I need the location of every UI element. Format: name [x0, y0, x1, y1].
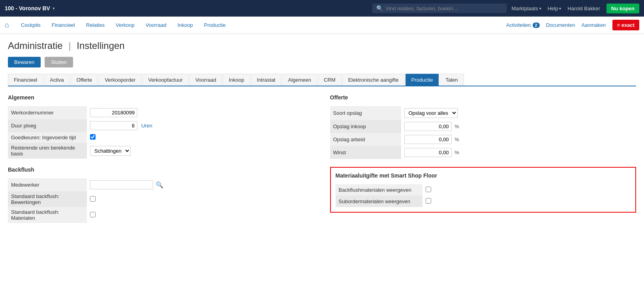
nav-cockpits[interactable]: Cockpits [15, 17, 46, 34]
resterende-select[interactable]: Schattingen [90, 146, 131, 156]
nav-relaties[interactable]: Relaties [81, 17, 110, 34]
documenten-link[interactable]: Documenten [546, 22, 575, 28]
table-row: Medewerker 🔍 [8, 178, 314, 191]
backflush-materialen-cell [87, 207, 314, 223]
marketplace-dropdown[interactable]: Marktplaats ▾ [511, 6, 541, 11]
goedkeuren-cell [87, 132, 314, 143]
soort-opslag-select[interactable]: Opslag voor alles [404, 108, 458, 118]
opslag-arbeid-percent: % [454, 137, 459, 142]
uren-unit: Uren [141, 123, 152, 129]
left-column: Algemeen Werkordernummer Duur ploeg Uren [8, 94, 314, 231]
backflush-materialen-checkbox[interactable] [90, 212, 96, 217]
subordermaterialen-checkbox[interactable] [426, 198, 431, 204]
table-row: Backflushmaterialen weergeven [336, 184, 631, 196]
topbar: 100 - Voronov BV ▾ 🔍 Marktplaats ▾ Help … [0, 0, 644, 17]
medewerker-search-button[interactable]: 🔍 [156, 181, 163, 189]
backflush-bewerkingen-label: Standaard backflush: Bewerkingen [8, 191, 87, 207]
winst-percent: % [454, 150, 459, 155]
topbar-right: Marktplaats ▾ Help ▾ Harold Bakker Nu ko… [511, 4, 639, 13]
marketplace-chevron: ▾ [539, 6, 541, 11]
nav-productie[interactable]: Productie [198, 17, 231, 34]
tab-intrastat[interactable]: Intrastat [251, 74, 282, 86]
suborder-mat-cell [422, 196, 631, 207]
opslag-inkoop-percent: % [454, 123, 459, 129]
goedkeuren-label: Goedkeuren: Ingevoerde tijd [8, 132, 87, 143]
help-dropdown[interactable]: Help ▾ [548, 6, 561, 11]
title-sub: Instellingen [77, 40, 124, 51]
werkordernummer-cell [87, 106, 314, 119]
search-input[interactable] [385, 6, 503, 11]
page-content: Administratie | Instellingen Bewaren Slu… [0, 34, 644, 237]
save-button[interactable]: Bewaren [8, 57, 41, 67]
nav-voorraad[interactable]: Voorraad [140, 17, 172, 34]
search-icon: 🔍 [376, 5, 383, 11]
algemeen-title: Algemeen [8, 94, 314, 102]
tab-productie[interactable]: Productie [406, 74, 439, 86]
resterende-label: Resterende uren berekende basis [8, 143, 87, 159]
tab-crm[interactable]: CRM [318, 74, 342, 86]
navbar-right: Activiteiten 2 Documenten Aanmaken = exa… [506, 20, 639, 30]
backflushmaterialen-checkbox[interactable] [426, 187, 431, 192]
right-column: Offerte Soort opslag Opslag voor alles O… [330, 94, 636, 231]
home-icon[interactable]: ⌂ [5, 21, 9, 29]
tab-verkooporder[interactable]: Verkooporder [99, 74, 141, 86]
offerte-table: Soort opslag Opslag voor alles Opslag in… [330, 106, 636, 159]
soort-opslag-label: Soort opslag [330, 106, 401, 120]
help-chevron: ▾ [559, 6, 561, 11]
tab-talen[interactable]: Talen [439, 74, 464, 86]
opslag-arbeid-input[interactable] [404, 135, 452, 144]
tab-bar: Financieel Activa Offerte Verkooporder V… [8, 74, 636, 86]
goedkeuren-checkbox[interactable] [90, 134, 96, 140]
tab-financieel[interactable]: Financieel [8, 74, 43, 86]
company-chevron: ▾ [53, 6, 54, 11]
tab-elektronische-aangifte[interactable]: Elektronische aangifte [342, 74, 405, 86]
user-name: Harold Bakker [567, 6, 600, 11]
table-row: Goedkeuren: Ingevoerde tijd [8, 132, 314, 143]
company-selector[interactable]: 100 - Voronov BV ▾ [5, 5, 54, 11]
company-name: 100 - Voronov BV [5, 5, 50, 11]
help-label: Help [548, 6, 558, 11]
global-search[interactable]: 🔍 [372, 4, 507, 13]
backflush-bewerkingen-checkbox[interactable] [90, 196, 96, 202]
action-buttons: Bewaren Sluiten [8, 57, 636, 67]
opslag-inkoop-label: Opslag inkoop [330, 120, 401, 133]
tab-verkoopfactuur[interactable]: Verkoopfactuur [142, 74, 188, 86]
buy-button[interactable]: Nu kopen [606, 4, 639, 13]
table-row: Standaard backflush: Bewerkingen [8, 191, 314, 207]
close-button[interactable]: Sluiten [45, 57, 73, 67]
werkordernummer-label: Werkordernummer [8, 106, 87, 119]
navbar: ⌂ Cockpits Financieel Relaties Verkoop V… [0, 17, 644, 34]
table-row: Winst % [330, 146, 636, 159]
tab-offerte[interactable]: Offerte [71, 74, 98, 86]
medewerker-input[interactable] [90, 180, 153, 189]
winst-cell: % [401, 146, 636, 159]
table-row: Standaard backflush: Materialen [8, 207, 314, 223]
winst-label: Winst [330, 146, 401, 159]
werkordernummer-input[interactable] [90, 108, 137, 117]
table-row: Soort opslag Opslag voor alles [330, 106, 636, 120]
title-separator: | [68, 40, 71, 51]
aanmaken-link[interactable]: Aanmaken [581, 22, 606, 28]
offerte-title: Offerte [330, 94, 636, 102]
medewerker-cell: 🔍 [87, 178, 314, 191]
nav-inkoop[interactable]: Inkoop [172, 17, 198, 34]
tab-activa[interactable]: Activa [44, 74, 69, 86]
activiteiten-badge: 2 [533, 22, 540, 28]
opslag-arbeid-cell: % [401, 133, 636, 146]
opslag-inkoop-input[interactable] [404, 122, 452, 131]
medewerker-input-wrap: 🔍 [90, 180, 311, 189]
suborder-mat-label: Subordermaterialen weergeven [336, 196, 422, 207]
winst-input[interactable] [404, 148, 452, 157]
nav-verkoop[interactable]: Verkoop [110, 17, 140, 34]
activiteiten-link[interactable]: Activiteiten 2 [506, 22, 540, 28]
marketplace-label: Marktplaats [511, 6, 538, 11]
page-title: Administratie | Instellingen [8, 40, 636, 51]
duur-ploeg-input[interactable] [90, 121, 137, 130]
tab-algemeen[interactable]: Algemeen [282, 74, 317, 86]
tab-inkoop[interactable]: Inkoop [223, 74, 250, 86]
nav-financieel[interactable]: Financieel [46, 17, 81, 34]
opslag-arbeid-label: Opslag arbeid [330, 133, 401, 146]
nav-links: Cockpits Financieel Relaties Verkoop Voo… [15, 17, 506, 34]
tab-voorraad[interactable]: Voorraad [190, 74, 222, 86]
opslag-inkoop-cell: % [401, 120, 636, 133]
